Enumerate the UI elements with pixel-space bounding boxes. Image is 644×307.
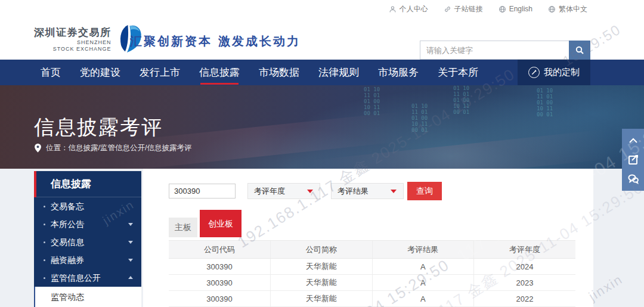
breadcrumb-text: 位置：信息披露/监管信息公开/信息披露考评 bbox=[46, 143, 191, 153]
search-button[interactable] bbox=[569, 41, 590, 60]
nav-item-market-data[interactable]: 市场数据 bbox=[259, 60, 299, 85]
wechat-button[interactable] bbox=[624, 170, 642, 187]
search-icon bbox=[575, 45, 584, 55]
personal-center-link[interactable]: 个人中心 bbox=[389, 4, 428, 14]
tab-chinext-board[interactable]: 创业板 bbox=[200, 210, 242, 237]
subsite-links[interactable]: 子站链接 bbox=[444, 4, 483, 14]
stock-code-input[interactable] bbox=[169, 184, 236, 199]
sidebar-subitem-regulatory-news[interactable]: 监管动态 bbox=[35, 287, 141, 307]
location-pin-icon bbox=[34, 144, 42, 153]
edit-square-icon bbox=[627, 154, 639, 166]
cell-company-name: 天华新能 bbox=[271, 291, 373, 307]
sidebar-item-label: 监管信息公开 bbox=[51, 273, 101, 283]
person-icon bbox=[389, 5, 397, 13]
nav-item-rules[interactable]: 法律规则 bbox=[318, 60, 359, 85]
site-header: 深圳证券交易所 SHENZHEN STOCK EXCHANGE 汇聚创新资本 激… bbox=[0, 18, 644, 60]
nav-item-home[interactable]: 首页 bbox=[41, 60, 61, 85]
wechat-icon bbox=[627, 173, 639, 185]
cell-eval-result: A bbox=[372, 259, 474, 275]
column-header-eval-result: 考评结果 bbox=[372, 241, 474, 259]
sidebar-item-label: 交易备忘 bbox=[51, 201, 84, 211]
chevron-up-icon bbox=[128, 276, 133, 279]
column-header-company-code: 公司代码 bbox=[169, 241, 271, 259]
column-header-company-name: 公司简称 bbox=[271, 241, 373, 259]
content-card: 考评年度 考评结果 查询 主板 创业板 公司代码 公司简称 考评结果 考评年度 … bbox=[143, 169, 593, 307]
dropdown-triangle-icon bbox=[307, 190, 313, 193]
nav-item-disclosure[interactable]: 信息披露 bbox=[199, 60, 240, 85]
binary-texture: 01 10 11 01 01 00 10 11 00 01 bbox=[537, 88, 553, 117]
top-utility-bar: 个人中心 子站链接 English 繁体中文 bbox=[0, 0, 644, 18]
table-row[interactable]: 300390 天华新能 A 2022 bbox=[169, 291, 575, 307]
logo-english-name-line1: SHENZHEN bbox=[34, 39, 112, 46]
sidebar-menu: 信息披露 交易备忘 本所公告 交易信息 融资融券 监管信息公开 bbox=[34, 171, 141, 287]
floating-toolbar bbox=[622, 129, 644, 191]
cell-eval-result: A bbox=[372, 275, 474, 291]
logo-chinese-name: 深圳证券交易所 bbox=[34, 26, 112, 39]
link-icon bbox=[444, 5, 451, 13]
main-nav: 首页 党的建设 发行上市 信息披露 市场数据 法律规则 市场服务 关于本所 我的… bbox=[0, 60, 644, 85]
my-customization-button[interactable]: 我的定制 bbox=[518, 60, 590, 85]
binary-texture: 01 10 11 01 01 00 10 11 00 01 bbox=[411, 103, 428, 133]
page-title: 信息披露考评 bbox=[34, 114, 163, 141]
globe-icon bbox=[548, 5, 556, 13]
hero-banner: 01 10 11 01 01 00 10 11 00 01 01 10 11 0… bbox=[0, 85, 644, 169]
chevron-up-icon bbox=[627, 135, 639, 147]
cell-company-code: 300390 bbox=[169, 291, 271, 307]
traditional-chinese-link[interactable]: 繁体中文 bbox=[548, 4, 587, 14]
search-input[interactable] bbox=[420, 41, 569, 60]
sidebar-submenu: 监管动态 bbox=[34, 287, 141, 307]
globe-icon bbox=[499, 5, 506, 13]
traditional-chinese-label: 繁体中文 bbox=[559, 4, 587, 14]
query-button[interactable]: 查询 bbox=[407, 182, 442, 200]
nav-item-services[interactable]: 市场服务 bbox=[378, 60, 419, 85]
logo-text-block: 深圳证券交易所 SHENZHEN STOCK EXCHANGE bbox=[34, 26, 112, 52]
sidebar-item-trading-memo[interactable]: 交易备忘 bbox=[34, 197, 141, 215]
nav-item-about[interactable]: 关于本所 bbox=[438, 60, 478, 85]
sidebar: 信息披露 交易备忘 本所公告 交易信息 融资融券 监管信息公开 监管动态 bbox=[34, 171, 141, 307]
binary-texture: 01 10 11 01 01 00 10 11 00 01 bbox=[364, 86, 380, 116]
cell-eval-year: 2024 bbox=[474, 259, 576, 275]
sidebar-item-label: 融资融券 bbox=[51, 255, 84, 265]
sidebar-item-margin-trading[interactable]: 融资融券 bbox=[34, 251, 141, 269]
sidebar-title: 信息披露 bbox=[34, 171, 141, 197]
evaluation-result-dropdown[interactable]: 考评结果 bbox=[331, 183, 404, 199]
evaluation-result-label: 考评结果 bbox=[338, 187, 369, 196]
nav-item-listing[interactable]: 发行上市 bbox=[140, 60, 180, 85]
cell-company-code: 300390 bbox=[169, 275, 271, 291]
cell-eval-result: A bbox=[372, 291, 474, 307]
my-customization-label: 我的定制 bbox=[544, 67, 580, 78]
cell-eval-year: 2022 bbox=[474, 291, 576, 307]
dropdown-triangle-icon bbox=[391, 190, 397, 193]
back-to-top-button[interactable] bbox=[624, 132, 642, 149]
subsite-links-label: 子站链接 bbox=[454, 4, 483, 14]
english-link-label: English bbox=[509, 5, 532, 13]
sidebar-item-label: 交易信息 bbox=[51, 237, 84, 247]
szse-logo[interactable]: 深圳证券交易所 SHENZHEN STOCK EXCHANGE bbox=[34, 24, 143, 54]
cell-company-name: 天华新能 bbox=[271, 259, 373, 275]
personal-center-label: 个人中心 bbox=[400, 4, 428, 14]
tab-main-board[interactable]: 主板 bbox=[169, 218, 197, 237]
chevron-down-icon bbox=[128, 241, 133, 244]
evaluation-year-dropdown[interactable]: 考评年度 bbox=[247, 183, 320, 199]
chevron-down-icon bbox=[128, 223, 133, 226]
table-row[interactable]: 300390 天华新能 A 2024 bbox=[169, 259, 575, 275]
feedback-button[interactable] bbox=[624, 151, 642, 168]
chevron-down-icon bbox=[128, 259, 133, 262]
cell-company-name: 天华新能 bbox=[271, 275, 373, 291]
customization-icon bbox=[528, 67, 540, 78]
column-header-eval-year: 考评年度 bbox=[474, 241, 576, 259]
evaluation-year-label: 考评年度 bbox=[254, 187, 285, 196]
cell-company-code: 300390 bbox=[169, 259, 271, 275]
english-link[interactable]: English bbox=[499, 5, 532, 13]
binary-texture: 01 10 11 01 01 00 10 11 00 01 bbox=[453, 85, 469, 115]
site-search bbox=[420, 41, 590, 60]
table-header-row: 公司代码 公司简称 考评结果 考评年度 bbox=[169, 241, 575, 259]
sidebar-item-label: 本所公告 bbox=[51, 219, 84, 229]
table-row[interactable]: 300390 天华新能 A 2023 bbox=[169, 275, 575, 291]
sidebar-item-trading-info[interactable]: 交易信息 bbox=[34, 233, 141, 251]
sidebar-item-regulatory-disclosure[interactable]: 监管信息公开 bbox=[34, 269, 141, 287]
brand-slogan: 汇聚创新资本 激发成长动力 bbox=[130, 33, 301, 49]
nav-item-party-building[interactable]: 党的建设 bbox=[80, 60, 120, 85]
breadcrumb: 位置：信息披露/监管信息公开/信息披露考评 bbox=[34, 143, 191, 153]
sidebar-item-exchange-notices[interactable]: 本所公告 bbox=[34, 215, 141, 233]
